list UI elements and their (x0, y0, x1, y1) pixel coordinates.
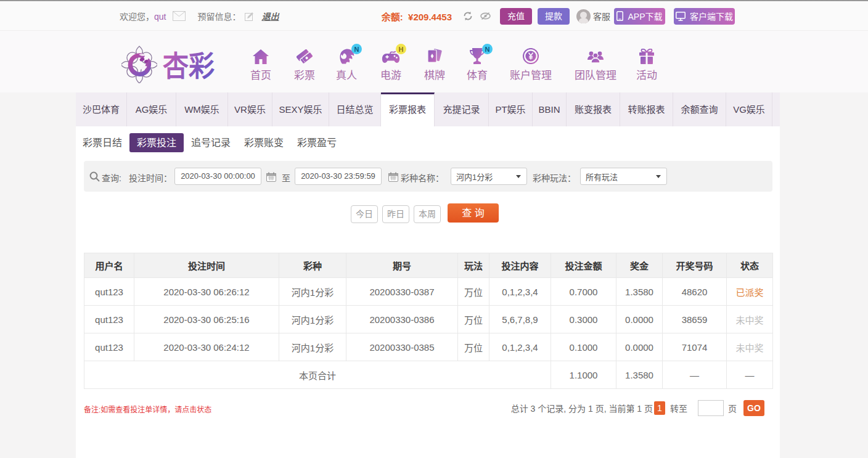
svg-text:杏彩: 杏彩 (163, 50, 215, 82)
